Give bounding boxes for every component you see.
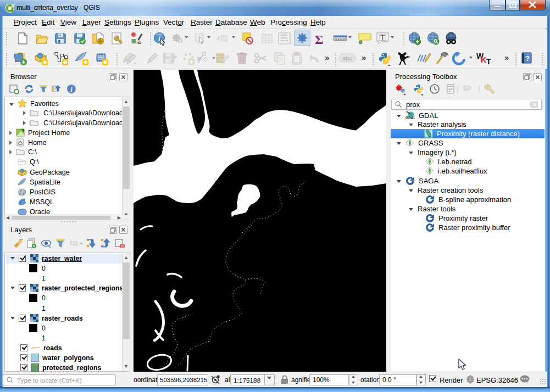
svg-text:ε: ε <box>70 238 73 247</box>
svg-text:a: a <box>137 38 141 45</box>
svg-text:ε: ε <box>217 33 220 42</box>
svg-text:T: T <box>486 57 491 66</box>
svg-text:?: ? <box>525 54 530 63</box>
svg-text:GDAL: GDAL <box>405 116 415 120</box>
svg-text:Σ: Σ <box>315 32 324 46</box>
svg-text:K: K <box>481 55 486 64</box>
svg-text:abc: abc <box>342 55 352 61</box>
